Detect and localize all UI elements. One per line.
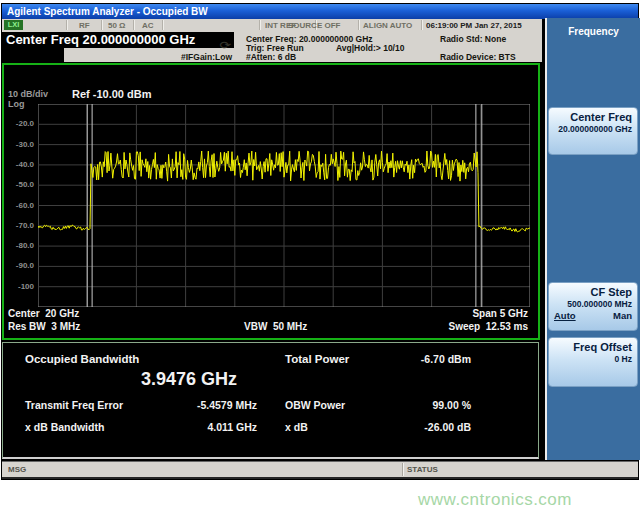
y-axis-tick-label: -40.0 (4, 160, 34, 169)
sweep-annotation: Sweep 12.53 ms (378, 321, 528, 332)
y-axis-tick-label: -30.0 (4, 140, 34, 149)
rf-indicator: RF (79, 21, 90, 30)
y-axis-tick-label: -70.0 (4, 221, 34, 230)
obw-result-value: 3.9476 GHz (89, 369, 289, 390)
softkey-menu-title: Frequency (547, 26, 640, 37)
y-axis-tick-label: -90.0 (4, 261, 34, 270)
softkey-menu-panel: Frequency Center Freq 20.000000000 GHz C… (545, 18, 640, 460)
xdb-bandwidth-label: x dB Bandwidth (25, 421, 104, 433)
vbw-annotation: VBW 50 MHz (244, 321, 307, 332)
xdb-value: -26.00 dB (351, 421, 471, 433)
scale-type-label: Log (8, 99, 25, 109)
status-area-label: STATUS (407, 465, 438, 474)
freq-offset-softkey-label: Freq Offset (554, 341, 632, 354)
total-power-value: -6.70 dBm (351, 353, 471, 365)
res-bw-annotation: Res BW 3 MHz (8, 321, 80, 332)
xdb-bandwidth-value: 4.011 GHz (123, 421, 257, 433)
obw-result-label: Occupied Bandwidth (25, 353, 139, 365)
radio-std-info: Radio Std: None (440, 34, 506, 44)
cf-step-man-option[interactable]: Man (613, 310, 632, 322)
center-freq-softkey-value: 20.000000000 GHz (554, 124, 632, 135)
obw-power-value: 99.00 % (351, 399, 471, 411)
cf-step-softkey[interactable]: CF Step 500.000000 MHz Auto Man (548, 282, 638, 331)
obw-power-label: OBW Power (285, 399, 345, 411)
top-status-strip: LXI RF 50 Ω AC INT REF SOURCE OFF ALIGN … (2, 19, 542, 33)
avg-hold-info: Avg|Hold:> 10/10 (336, 43, 404, 53)
divider (133, 20, 135, 30)
center-freq-softkey-label: Center Freq (554, 111, 632, 124)
ref-level-label: Ref -10.00 dBm (72, 88, 151, 100)
window-title-bar: Agilent Spectrum Analyzer - Occupied BW (2, 4, 638, 19)
if-gain-info: #IFGain:Low (150, 52, 232, 62)
y-axis-tick-label: -100 (4, 282, 34, 291)
span-annotation: Span 5 GHz (378, 308, 528, 319)
cf-step-auto-option[interactable]: Auto (554, 310, 576, 322)
y-axis-tick-label: -80.0 (4, 241, 34, 250)
xdb-label: x dB (285, 421, 308, 433)
obw-results-panel: Occupied Bandwidth 3.9476 GHz Transmit F… (2, 342, 539, 459)
divider (162, 20, 164, 30)
active-function-readout: Center Freq 20.000000000 GHz (2, 32, 234, 48)
divider (101, 20, 103, 30)
watermark-text: www.cntronics.com (418, 490, 572, 510)
cf-step-softkey-value: 500.000000 MHz (554, 299, 632, 310)
freq-offset-softkey-value: 0 Hz (554, 354, 632, 365)
divider (259, 20, 261, 30)
align-indicator: ALIGN AUTO (363, 21, 412, 30)
freq-offset-softkey[interactable]: Freq Offset 0 Hz (548, 337, 638, 387)
spectrum-plot (38, 104, 530, 307)
y-axis-tick-label: -20.0 (4, 119, 34, 128)
continuous-sweep-icon: ⟳ (220, 39, 232, 52)
spectrum-analyzer-app: Agilent Spectrum Analyzer - Occupied BW … (0, 0, 640, 522)
divider (358, 20, 360, 30)
divider (66, 20, 68, 30)
divider (421, 20, 423, 30)
lxi-badge: LXI (4, 20, 23, 30)
msg-area-label: MSG (8, 465, 26, 474)
graticule-grid (38, 104, 530, 307)
radio-device-info: Radio Device: BTS (440, 52, 516, 62)
impedance-indicator: 50 Ω (108, 21, 126, 30)
cf-step-softkey-label: CF Step (554, 286, 632, 299)
spectrum-display-area: 10 dB/div Log Ref -10.00 dBm -20.0-30.0-… (2, 63, 540, 340)
atten-info: #Atten: 6 dB (246, 52, 296, 62)
scale-per-div-label: 10 dB/div (8, 89, 48, 99)
center-annotation: Center 20 GHz (8, 308, 79, 319)
total-power-label: Total Power (285, 353, 349, 365)
source-indicator: SOURCE OFF (288, 21, 340, 30)
datetime-display: 06:19:00 PM Jan 27, 2015 (426, 21, 522, 30)
transmit-freq-error-value: -5.4579 MHz (123, 399, 257, 411)
center-freq-softkey[interactable]: Center Freq 20.000000000 GHz (548, 107, 638, 155)
window-title: Agilent Spectrum Analyzer - Occupied BW (7, 6, 208, 17)
bottom-status-bar: MSG STATUS (2, 461, 638, 479)
coupling-indicator: AC (142, 21, 154, 30)
divider (402, 463, 404, 476)
input-overlay-block (2, 48, 64, 62)
y-axis-tick-label: -60.0 (4, 201, 34, 210)
transmit-freq-error-label: Transmit Freq Error (25, 399, 123, 411)
y-axis-tick-label: -50.0 (4, 180, 34, 189)
